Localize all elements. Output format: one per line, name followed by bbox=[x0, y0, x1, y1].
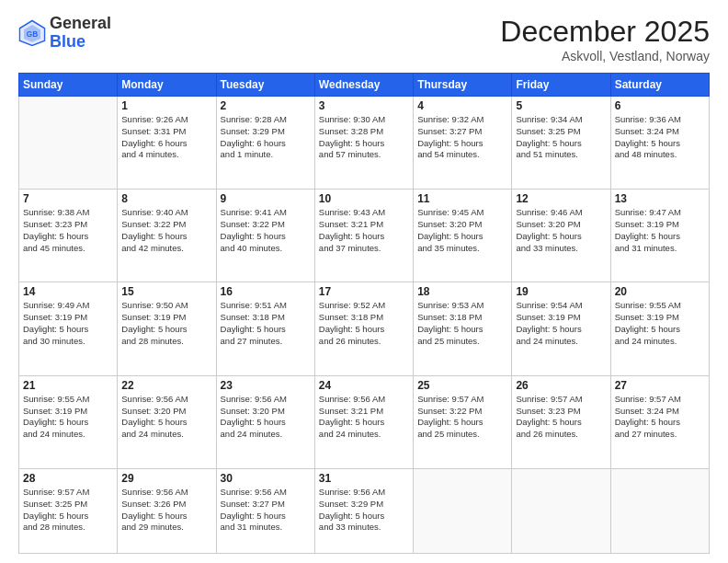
day-info: Sunrise: 9:50 AM Sunset: 3:19 PM Dayligh… bbox=[121, 300, 211, 347]
svg-text:GB: GB bbox=[27, 30, 38, 39]
day-number: 24 bbox=[319, 379, 409, 392]
logo-blue: Blue bbox=[50, 32, 85, 51]
calendar-cell: 13Sunrise: 9:47 AM Sunset: 3:19 PM Dayli… bbox=[610, 190, 709, 282]
calendar-cell: 23Sunrise: 9:56 AM Sunset: 3:20 PM Dayli… bbox=[216, 375, 314, 468]
day-info: Sunrise: 9:56 AM Sunset: 3:20 PM Dayligh… bbox=[221, 394, 311, 441]
day-info: Sunrise: 9:46 AM Sunset: 3:20 PM Dayligh… bbox=[516, 207, 606, 254]
title-block: December 2025 Askvoll, Vestland, Norway bbox=[500, 15, 710, 63]
calendar-cell: 7Sunrise: 9:38 AM Sunset: 3:23 PM Daylig… bbox=[19, 190, 118, 282]
day-info: Sunrise: 9:32 AM Sunset: 3:27 PM Dayligh… bbox=[417, 114, 507, 161]
day-info: Sunrise: 9:47 AM Sunset: 3:19 PM Dayligh… bbox=[615, 207, 705, 254]
page: GB General Blue December 2025 Askvoll, V… bbox=[0, 0, 728, 563]
day-info: Sunrise: 9:56 AM Sunset: 3:29 PM Dayligh… bbox=[319, 487, 409, 534]
day-header-sunday: Sunday bbox=[19, 74, 118, 97]
calendar-cell: 30Sunrise: 9:56 AM Sunset: 3:27 PM Dayli… bbox=[216, 468, 314, 553]
calendar-cell: 29Sunrise: 9:56 AM Sunset: 3:26 PM Dayli… bbox=[118, 468, 216, 553]
calendar-cell bbox=[19, 97, 118, 190]
day-header-friday: Friday bbox=[512, 74, 610, 97]
day-header-saturday: Saturday bbox=[610, 74, 709, 97]
logo-icon: GB bbox=[18, 19, 46, 47]
calendar-cell bbox=[414, 468, 512, 553]
day-info: Sunrise: 9:26 AM Sunset: 3:31 PM Dayligh… bbox=[121, 114, 211, 161]
day-info: Sunrise: 9:57 AM Sunset: 3:22 PM Dayligh… bbox=[417, 394, 507, 441]
day-info: Sunrise: 9:57 AM Sunset: 3:23 PM Dayligh… bbox=[516, 394, 606, 441]
day-info: Sunrise: 9:56 AM Sunset: 3:26 PM Dayligh… bbox=[121, 487, 211, 534]
day-info: Sunrise: 9:57 AM Sunset: 3:25 PM Dayligh… bbox=[23, 487, 113, 534]
day-info: Sunrise: 9:45 AM Sunset: 3:20 PM Dayligh… bbox=[417, 207, 507, 254]
day-header-thursday: Thursday bbox=[414, 74, 512, 97]
day-number: 23 bbox=[221, 379, 311, 392]
day-info: Sunrise: 9:55 AM Sunset: 3:19 PM Dayligh… bbox=[23, 394, 113, 441]
calendar-cell: 15Sunrise: 9:50 AM Sunset: 3:19 PM Dayli… bbox=[118, 282, 216, 375]
logo: GB General Blue bbox=[18, 15, 111, 52]
location: Askvoll, Vestland, Norway bbox=[500, 49, 710, 63]
day-number: 28 bbox=[23, 472, 113, 485]
logo-general: General bbox=[50, 14, 111, 32]
day-header-tuesday: Tuesday bbox=[216, 74, 314, 97]
day-number: 26 bbox=[516, 379, 606, 392]
calendar-cell: 16Sunrise: 9:51 AM Sunset: 3:18 PM Dayli… bbox=[216, 282, 314, 375]
day-info: Sunrise: 9:40 AM Sunset: 3:22 PM Dayligh… bbox=[121, 207, 211, 254]
day-number: 4 bbox=[417, 99, 507, 112]
day-info: Sunrise: 9:57 AM Sunset: 3:24 PM Dayligh… bbox=[615, 394, 705, 441]
calendar-cell: 4Sunrise: 9:32 AM Sunset: 3:27 PM Daylig… bbox=[414, 97, 512, 190]
day-info: Sunrise: 9:38 AM Sunset: 3:23 PM Dayligh… bbox=[23, 207, 113, 254]
day-number: 13 bbox=[615, 192, 705, 205]
day-number: 25 bbox=[417, 379, 507, 392]
day-number: 2 bbox=[221, 99, 311, 112]
calendar-cell bbox=[512, 468, 610, 553]
calendar-header-row: SundayMondayTuesdayWednesdayThursdayFrid… bbox=[19, 74, 710, 97]
day-number: 27 bbox=[615, 379, 705, 392]
day-number: 15 bbox=[121, 285, 211, 298]
day-number: 21 bbox=[23, 379, 113, 392]
calendar-cell: 21Sunrise: 9:55 AM Sunset: 3:19 PM Dayli… bbox=[19, 375, 118, 468]
day-info: Sunrise: 9:51 AM Sunset: 3:18 PM Dayligh… bbox=[221, 300, 311, 347]
calendar-cell: 20Sunrise: 9:55 AM Sunset: 3:19 PM Dayli… bbox=[610, 282, 709, 375]
day-info: Sunrise: 9:49 AM Sunset: 3:19 PM Dayligh… bbox=[23, 300, 113, 347]
day-number: 11 bbox=[417, 192, 507, 205]
day-info: Sunrise: 9:52 AM Sunset: 3:18 PM Dayligh… bbox=[319, 300, 409, 347]
day-header-wednesday: Wednesday bbox=[314, 74, 413, 97]
day-info: Sunrise: 9:41 AM Sunset: 3:22 PM Dayligh… bbox=[221, 207, 311, 254]
calendar-cell: 17Sunrise: 9:52 AM Sunset: 3:18 PM Dayli… bbox=[314, 282, 413, 375]
day-info: Sunrise: 9:30 AM Sunset: 3:28 PM Dayligh… bbox=[319, 114, 409, 161]
calendar-cell: 8Sunrise: 9:40 AM Sunset: 3:22 PM Daylig… bbox=[118, 190, 216, 282]
day-number: 19 bbox=[516, 285, 606, 298]
day-info: Sunrise: 9:34 AM Sunset: 3:25 PM Dayligh… bbox=[516, 114, 606, 161]
header: GB General Blue December 2025 Askvoll, V… bbox=[18, 15, 710, 63]
day-number: 12 bbox=[516, 192, 606, 205]
day-number: 31 bbox=[319, 472, 409, 485]
day-number: 22 bbox=[121, 379, 211, 392]
day-info: Sunrise: 9:53 AM Sunset: 3:18 PM Dayligh… bbox=[417, 300, 507, 347]
day-number: 14 bbox=[23, 285, 113, 298]
calendar-cell: 28Sunrise: 9:57 AM Sunset: 3:25 PM Dayli… bbox=[19, 468, 118, 553]
day-number: 7 bbox=[23, 192, 113, 205]
calendar-cell: 2Sunrise: 9:28 AM Sunset: 3:29 PM Daylig… bbox=[216, 97, 314, 190]
calendar-cell: 18Sunrise: 9:53 AM Sunset: 3:18 PM Dayli… bbox=[414, 282, 512, 375]
calendar-cell: 12Sunrise: 9:46 AM Sunset: 3:20 PM Dayli… bbox=[512, 190, 610, 282]
day-number: 8 bbox=[121, 192, 211, 205]
day-number: 5 bbox=[516, 99, 606, 112]
calendar-cell: 27Sunrise: 9:57 AM Sunset: 3:24 PM Dayli… bbox=[610, 375, 709, 468]
day-info: Sunrise: 9:54 AM Sunset: 3:19 PM Dayligh… bbox=[516, 300, 606, 347]
month-title: December 2025 bbox=[500, 15, 710, 49]
day-number: 29 bbox=[121, 472, 211, 485]
calendar-cell: 26Sunrise: 9:57 AM Sunset: 3:23 PM Dayli… bbox=[512, 375, 610, 468]
calendar-week-2: 7Sunrise: 9:38 AM Sunset: 3:23 PM Daylig… bbox=[19, 190, 710, 282]
calendar-cell: 24Sunrise: 9:56 AM Sunset: 3:21 PM Dayli… bbox=[314, 375, 413, 468]
calendar-week-3: 14Sunrise: 9:49 AM Sunset: 3:19 PM Dayli… bbox=[19, 282, 710, 375]
calendar-cell bbox=[610, 468, 709, 553]
logo-text: General Blue bbox=[50, 15, 111, 52]
day-number: 30 bbox=[221, 472, 311, 485]
day-info: Sunrise: 9:56 AM Sunset: 3:21 PM Dayligh… bbox=[319, 394, 409, 441]
calendar-week-1: 1Sunrise: 9:26 AM Sunset: 3:31 PM Daylig… bbox=[19, 97, 710, 190]
day-number: 20 bbox=[615, 285, 705, 298]
day-number: 10 bbox=[319, 192, 409, 205]
day-number: 9 bbox=[221, 192, 311, 205]
calendar-cell: 9Sunrise: 9:41 AM Sunset: 3:22 PM Daylig… bbox=[216, 190, 314, 282]
day-header-monday: Monday bbox=[118, 74, 216, 97]
calendar-week-5: 28Sunrise: 9:57 AM Sunset: 3:25 PM Dayli… bbox=[19, 468, 710, 553]
calendar-cell: 11Sunrise: 9:45 AM Sunset: 3:20 PM Dayli… bbox=[414, 190, 512, 282]
calendar-week-4: 21Sunrise: 9:55 AM Sunset: 3:19 PM Dayli… bbox=[19, 375, 710, 468]
day-number: 6 bbox=[615, 99, 705, 112]
